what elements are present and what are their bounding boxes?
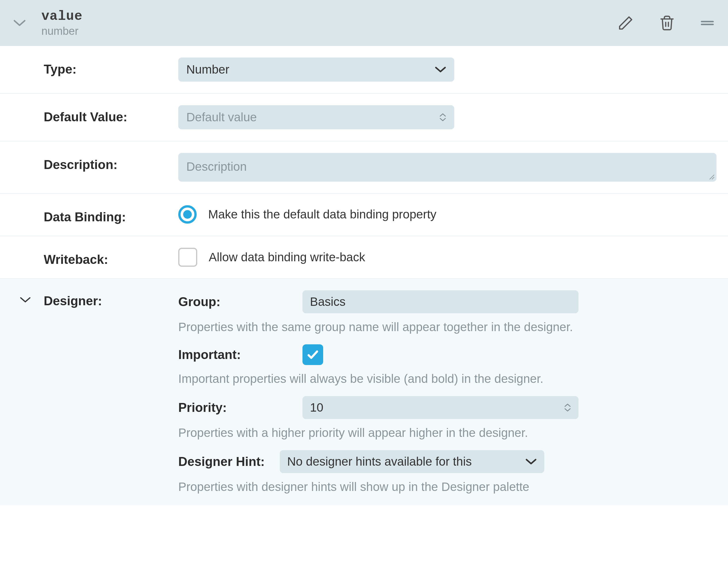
designer-hint-label: Designer Hint: — [178, 454, 265, 469]
type-select[interactable]: Number — [178, 57, 454, 82]
description-row: Description: Description — [0, 141, 728, 194]
data-binding-radio[interactable] — [178, 205, 197, 224]
chevron-up-icon — [564, 403, 571, 407]
writeback-option-label: Allow data binding write-back — [209, 250, 365, 264]
writeback-checkbox[interactable] — [178, 248, 197, 267]
designer-priority-value: 10 — [310, 401, 324, 414]
header-title-block: value number — [41, 9, 618, 37]
radio-dot-icon — [183, 210, 192, 219]
description-textarea[interactable]: Description — [178, 153, 717, 182]
designer-priority-row: Priority: 10 Properties with a higher pr… — [178, 396, 717, 440]
check-icon — [307, 348, 319, 361]
designer-group-label: Group: — [178, 295, 287, 309]
default-value-label: Default Value: — [0, 105, 178, 124]
data-binding-label: Data Binding: — [0, 205, 178, 224]
chevron-down-icon — [13, 19, 26, 27]
delete-button[interactable] — [659, 15, 675, 31]
designer-important-row: Important: Important properties will alw… — [178, 344, 717, 386]
chevron-up-icon — [439, 113, 446, 117]
designer-important-help: Important properties will always be visi… — [178, 372, 717, 386]
default-value-placeholder: Default value — [186, 110, 257, 124]
resize-grip-icon — [708, 174, 715, 180]
designer-group-help: Properties with the same group name will… — [178, 320, 717, 334]
drag-lines-icon — [700, 19, 714, 27]
designer-priority-help: Properties with a higher priority will a… — [178, 426, 717, 440]
chevron-down-icon — [439, 118, 446, 122]
designer-hint-value: No designer hints available for this — [287, 455, 472, 468]
default-value-input[interactable]: Default value — [178, 105, 454, 129]
designer-important-label: Important: — [178, 347, 287, 362]
pencil-icon — [618, 15, 634, 31]
designer-collapse-toggle[interactable] — [17, 290, 33, 494]
description-placeholder: Description — [186, 160, 247, 173]
collapse-toggle[interactable] — [11, 19, 28, 27]
chevron-down-icon — [20, 296, 31, 304]
property-header: value number — [0, 0, 728, 46]
writeback-label: Writeback: — [0, 248, 178, 267]
property-name: value — [41, 9, 618, 24]
designer-hint-help: Properties with designer hints will show… — [178, 480, 717, 494]
property-type: number — [41, 25, 618, 37]
designer-section-label: Designer: — [44, 290, 178, 494]
svg-line-2 — [709, 175, 714, 179]
chevron-down-icon — [564, 408, 571, 412]
number-spinner[interactable] — [439, 113, 446, 122]
trash-icon — [659, 15, 675, 31]
default-value-row: Default Value: Default value — [0, 94, 728, 141]
type-label: Type: — [0, 57, 178, 77]
data-binding-row: Data Binding: Make this the default data… — [0, 194, 728, 236]
designer-priority-input[interactable]: 10 — [303, 396, 579, 419]
data-binding-option-label: Make this the default data binding prope… — [208, 207, 437, 221]
chevron-down-icon — [525, 458, 537, 465]
description-label: Description: — [0, 153, 178, 172]
designer-group-row: Group: Basics Properties with the same g… — [178, 290, 717, 334]
designer-group-input[interactable]: Basics — [303, 290, 579, 313]
writeback-row: Writeback: Allow data binding write-back — [0, 236, 728, 279]
type-row: Type: Number — [0, 46, 728, 94]
designer-important-checkbox[interactable] — [303, 344, 323, 365]
designer-hint-select[interactable]: No designer hints available for this — [280, 450, 544, 473]
edit-button[interactable] — [618, 15, 634, 31]
svg-line-3 — [712, 177, 714, 179]
type-select-value: Number — [186, 63, 229, 77]
designer-hint-row: Designer Hint: No designer hints availab… — [178, 450, 717, 494]
number-spinner[interactable] — [564, 403, 571, 412]
chevron-down-icon — [435, 66, 446, 73]
drag-handle[interactable] — [700, 19, 714, 27]
designer-section: Designer: Group: Basics Properties with … — [0, 279, 728, 505]
designer-priority-label: Priority: — [178, 400, 287, 415]
designer-group-value: Basics — [310, 295, 345, 309]
